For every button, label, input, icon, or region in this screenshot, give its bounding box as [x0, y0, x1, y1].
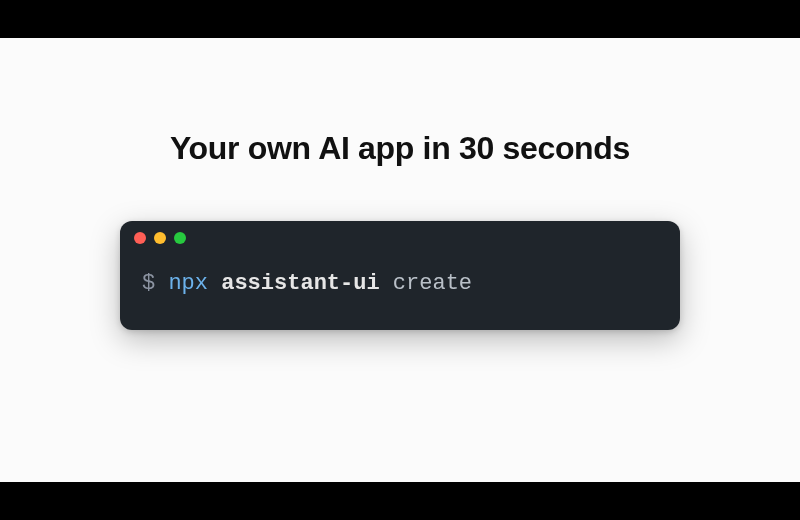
headline: Your own AI app in 30 seconds	[170, 130, 630, 167]
close-icon[interactable]	[134, 232, 146, 244]
prompt-symbol: $	[142, 271, 155, 296]
command-binary: npx	[168, 271, 208, 296]
terminal-window: $ npx assistant-ui create	[120, 221, 680, 330]
command-package: assistant-ui	[221, 271, 379, 296]
promo-slide: Your own AI app in 30 seconds $ npx assi…	[0, 38, 800, 482]
minimize-icon[interactable]	[154, 232, 166, 244]
zoom-icon[interactable]	[174, 232, 186, 244]
command-subcommand: create	[393, 271, 472, 296]
terminal-body: $ npx assistant-ui create	[120, 255, 680, 330]
terminal-titlebar	[120, 221, 680, 255]
